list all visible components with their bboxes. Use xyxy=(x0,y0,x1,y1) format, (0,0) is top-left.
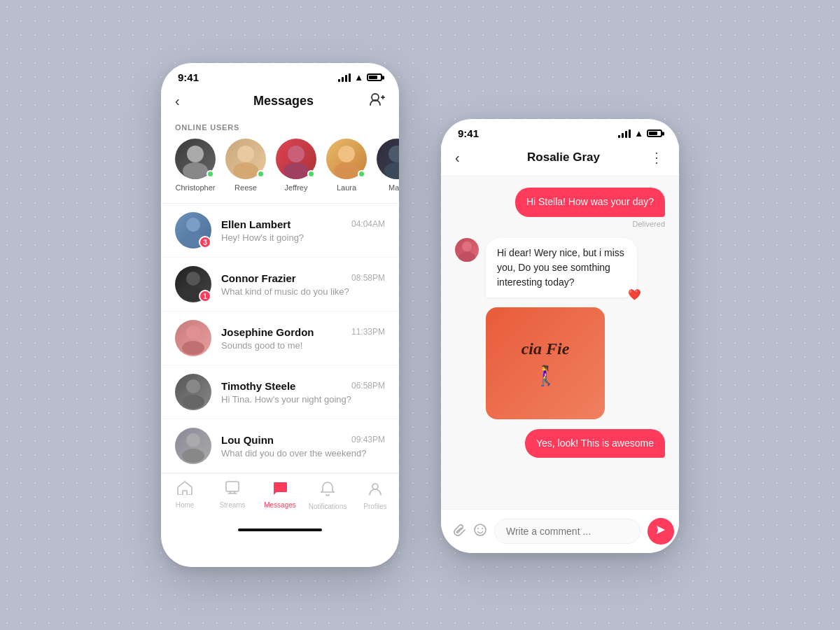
home-icon xyxy=(177,481,192,498)
comment-input[interactable] xyxy=(494,519,640,544)
heart-reaction: ❤️ xyxy=(628,287,641,303)
phones-container: 9:41 ▲ ‹ Messages xyxy=(161,63,679,567)
msg-received-1: Hi dear! Wery nice, but i miss you, Do y… xyxy=(455,238,637,298)
svg-point-25 xyxy=(372,484,378,489)
online-user-laura[interactable]: Laura xyxy=(326,139,367,192)
status-bar-right: 9:41 ▲ xyxy=(441,119,679,144)
avatar-maldo xyxy=(377,139,399,179)
svg-point-10 xyxy=(338,146,355,162)
conv-item-josephine[interactable]: Josephine Gordon 11:33PM Sounds good to … xyxy=(161,312,399,365)
signal-icon xyxy=(338,74,351,82)
svg-point-16 xyxy=(186,272,200,286)
user-name-jeffrey: Jeffrey xyxy=(285,183,308,192)
wifi-icon: ▲ xyxy=(354,72,363,83)
graffiti-art: cia Fie 🚶‍♀️ xyxy=(522,339,570,388)
chat-contact-name: Rosalie Gray xyxy=(527,150,600,164)
chat-input-bar xyxy=(441,509,679,553)
conv-item-ellen[interactable]: 3 Ellen Lambert 04:04AM Hey! How's it go… xyxy=(161,204,399,258)
chat-header: ‹ Rosalie Gray ⋮ xyxy=(441,144,679,176)
online-user-maldo[interactable]: Mald xyxy=(377,139,399,192)
phone-left: 9:41 ▲ ‹ Messages xyxy=(161,63,399,567)
user-name-maldo: Mald xyxy=(388,183,399,192)
svg-point-19 xyxy=(182,341,204,355)
messages-icon xyxy=(272,481,288,498)
conv-name-connor: Connor Frazier xyxy=(221,272,296,284)
svg-point-3 xyxy=(187,146,204,162)
add-user-icon[interactable] xyxy=(370,93,385,109)
online-user-jeffrey[interactable]: Jeffrey xyxy=(276,139,316,192)
nav-streams[interactable]: Streams xyxy=(209,481,256,510)
streams-icon xyxy=(225,481,239,498)
nav-label-profiles: Profiles xyxy=(363,503,386,510)
bubble-received-1: Hi dear! Wery nice, but i miss you, Do y… xyxy=(486,238,637,298)
conv-msg-josephine: Sounds good to me! xyxy=(221,340,385,351)
back-button-right[interactable]: ‹ xyxy=(455,150,477,166)
nav-home[interactable]: Home xyxy=(161,481,209,510)
msg-sent-2: Yes, look! This is awesome xyxy=(525,429,665,458)
online-users-label: ONLINE USERS xyxy=(161,119,399,139)
conv-name-ellen: Ellen Lambert xyxy=(221,218,290,230)
conv-item-connor[interactable]: 1 Connor Frazier 08:58PM What kind of mu… xyxy=(161,258,399,312)
attach-icon[interactable] xyxy=(452,523,466,540)
home-indicator-left xyxy=(238,528,322,531)
bubble-sent-2: Yes, look! This is awesome xyxy=(525,429,665,458)
nav-label-home: Home xyxy=(176,501,195,509)
status-icons-left: ▲ xyxy=(338,72,382,83)
conv-msg-lou: What did you do over the weekend? xyxy=(221,448,385,458)
user-name-laura: Laura xyxy=(337,183,356,192)
user-name-reese: Reese xyxy=(234,183,257,192)
time-left: 9:41 xyxy=(178,71,199,83)
svg-point-4 xyxy=(183,162,208,179)
send-button[interactable] xyxy=(648,518,674,545)
svg-point-14 xyxy=(186,218,200,232)
svg-point-6 xyxy=(237,146,254,162)
messages-header: ‹ Messages xyxy=(161,88,399,119)
battery-icon-right xyxy=(647,130,662,137)
profiles-icon xyxy=(368,481,383,500)
svg-point-11 xyxy=(334,162,359,179)
time-right: 9:41 xyxy=(458,127,479,139)
conv-msg-connor: What kind of music do you like? xyxy=(221,286,385,297)
msg-sent-1: Hi Stella! How was your day? Delivered xyxy=(515,188,665,228)
svg-point-12 xyxy=(388,146,399,162)
online-users-list: Christopher Reese Jeffrey xyxy=(161,139,399,203)
conv-time-connor: 08:58PM xyxy=(351,273,385,283)
svg-point-27 xyxy=(458,252,475,262)
online-indicator xyxy=(257,170,265,178)
user-name-christopher: Christopher xyxy=(176,183,216,192)
back-button-left[interactable]: ‹ xyxy=(175,93,197,109)
conv-item-timothy[interactable]: Timothy Steele 06:58PM Hi Tina. How's yo… xyxy=(161,365,399,419)
phone-right: 9:41 ▲ ‹ Rosalie Gray ⋮ xyxy=(441,119,679,553)
conversations-list: 3 Ellen Lambert 04:04AM Hey! How's it go… xyxy=(161,204,399,473)
conv-time-lou: 09:43PM xyxy=(351,435,385,444)
bottom-nav: Home Streams Messages Notifications xyxy=(161,473,399,524)
emoji-icon[interactable] xyxy=(473,523,487,540)
nav-notifications[interactable]: Notifications xyxy=(304,481,351,510)
signal-icon-right xyxy=(618,130,631,138)
nav-profiles[interactable]: Profiles xyxy=(351,481,399,510)
svg-point-30 xyxy=(482,528,483,529)
nav-messages[interactable]: Messages xyxy=(256,481,304,510)
wifi-icon-right: ▲ xyxy=(634,128,643,139)
nav-label-notifications: Notifications xyxy=(309,503,346,510)
more-options-button[interactable]: ⋮ xyxy=(650,149,665,166)
conv-name-josephine: Josephine Gordon xyxy=(221,326,314,338)
status-icons-right: ▲ xyxy=(618,128,662,139)
messages-title: Messages xyxy=(253,94,314,108)
status-bar-left: 9:41 ▲ xyxy=(161,63,399,88)
chat-messages: Hi Stella! How was your day? Delivered H… xyxy=(441,176,679,509)
svg-point-20 xyxy=(186,379,200,393)
conv-item-lou[interactable]: Lou Quinn 09:43PM What did you do over t… xyxy=(161,419,399,473)
online-user-christopher[interactable]: Christopher xyxy=(175,139,216,192)
conv-name-timothy: Timothy Steele xyxy=(221,380,295,392)
svg-point-7 xyxy=(233,162,258,179)
nav-label-messages: Messages xyxy=(264,501,296,509)
online-indicator xyxy=(358,170,365,178)
image-message[interactable]: cia Fie 🚶‍♀️ xyxy=(486,307,605,419)
svg-point-18 xyxy=(186,326,200,340)
svg-point-21 xyxy=(182,395,204,409)
online-user-reese[interactable]: Reese xyxy=(225,139,266,192)
avatar-josephine xyxy=(175,320,211,356)
send-icon xyxy=(655,524,666,538)
bubble-sent-1: Hi Stella! How was your day? xyxy=(515,188,665,217)
